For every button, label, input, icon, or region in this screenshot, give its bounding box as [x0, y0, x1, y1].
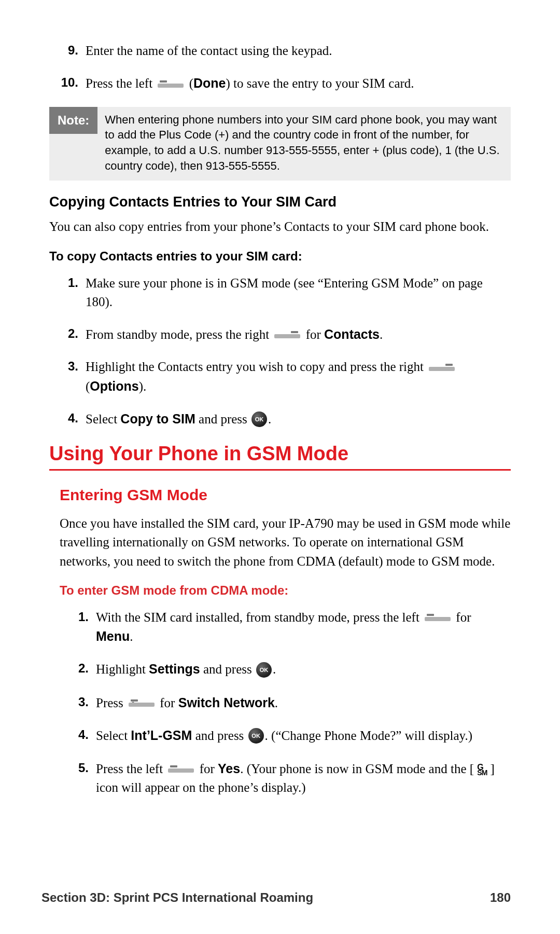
copying-steps-list: 1.Make sure your phone is in GSM mode (s… — [49, 274, 511, 430]
step-number: 4. — [55, 409, 78, 428]
copying-body: You can also copy entries from your phon… — [49, 217, 511, 236]
gsm-steps-list: 1.With the SIM card installed, from stan… — [60, 608, 511, 798]
heading-entering-gsm: Entering GSM Mode — [60, 486, 511, 504]
note-box: Note: When entering phone numbers into y… — [49, 107, 511, 181]
step-item: 5.Press the left for Yes. (Your phone is… — [91, 759, 511, 798]
softkey-left-icon — [168, 765, 194, 773]
note-text: When entering phone numbers into your SI… — [97, 107, 511, 181]
step-number: 10. — [55, 74, 78, 92]
step-number: 2. — [66, 660, 89, 678]
step-number: 3. — [55, 358, 78, 376]
heading-gsm-main: Using Your Phone in GSM Mode — [49, 443, 511, 465]
footer-page-number: 180 — [490, 890, 511, 905]
step-item: 2.From standby mode, press the right for… — [80, 325, 511, 344]
step-item: 3.Highlight the Contacts entry you wish … — [80, 358, 511, 396]
step-item: 10.Press the left (Done) to save the ent… — [80, 74, 511, 93]
softkey-left-icon — [158, 80, 184, 88]
step-number: 9. — [55, 42, 78, 60]
step-number: 1. — [66, 608, 89, 626]
bold-term: Switch Network — [178, 695, 275, 710]
step-item: 3.Press 1 for Switch Network. — [91, 693, 511, 712]
step-item: 2.Highlight Settings and press OK. — [91, 660, 511, 679]
manual-page: 9.Enter the name of the contact using th… — [0, 0, 560, 934]
bold-term: Copy to SIM — [120, 411, 195, 426]
ok-icon: OK — [256, 662, 272, 678]
bold-term: Int’L-GSM — [131, 728, 192, 743]
footer-section: Section 3D: Sprint PCS International Roa… — [41, 890, 313, 905]
bold-term: Options — [90, 379, 138, 393]
step-number: 5. — [66, 759, 89, 777]
bold-term: Menu — [96, 629, 130, 643]
step-item: 1.Make sure your phone is in GSM mode (s… — [80, 274, 511, 312]
bold-term: Yes — [218, 761, 240, 776]
gsm-body: Once you have installed the SIM card, yo… — [60, 514, 511, 571]
heading-copying: Copying Contacts Entries to Your SIM Car… — [49, 194, 511, 210]
bold-term: Done — [193, 76, 226, 90]
step-number: 2. — [55, 325, 78, 343]
step-number: 4. — [66, 726, 89, 744]
softkey-right-icon — [429, 364, 455, 371]
softkey-left-icon — [425, 614, 451, 621]
bold-term: Settings — [149, 662, 200, 676]
step-number: 1. — [55, 274, 78, 292]
copying-lead: To copy Contacts entries to your SIM car… — [49, 249, 511, 264]
red-divider — [49, 469, 511, 471]
step-number: 3. — [66, 693, 89, 711]
note-label: Note: — [49, 107, 97, 134]
step-item: 4.Select Copy to SIM and press OK. — [80, 409, 511, 429]
top-steps-list: 9.Enter the name of the contact using th… — [49, 42, 511, 93]
ok-icon: OK — [248, 728, 264, 744]
step-item: 1.With the SIM card installed, from stan… — [91, 608, 511, 647]
step-item: 9.Enter the name of the contact using th… — [80, 42, 511, 60]
gsm-lead: To enter GSM mode from CDMA mode: — [60, 583, 511, 598]
gsm-mode-icon: GSM — [477, 764, 487, 776]
step-item: 4.Select Int’L-GSM and press OK. (“Chang… — [91, 726, 511, 746]
softkey-right-icon — [274, 331, 300, 338]
bold-term: Contacts — [324, 327, 380, 341]
softkey-1-icon: 1 — [129, 699, 155, 707]
ok-icon: OK — [251, 411, 267, 427]
page-footer: Section 3D: Sprint PCS International Roa… — [41, 890, 511, 905]
